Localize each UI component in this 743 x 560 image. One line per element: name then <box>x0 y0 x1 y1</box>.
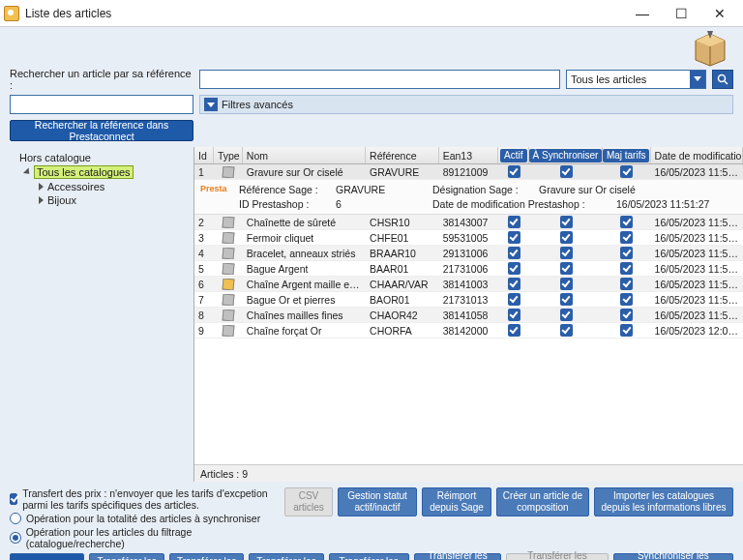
type-icon <box>222 232 234 244</box>
search-input[interactable] <box>199 70 560 89</box>
check-icon[interactable] <box>508 309 520 321</box>
tree-hors-catalogue[interactable]: Hors catalogue <box>6 151 188 164</box>
type-icon <box>222 248 234 259</box>
opt-totalite[interactable]: Opération pour la totalité des articles … <box>10 513 284 524</box>
table-row[interactable]: 7Bague Or et pierresBAOR012173101316/05/… <box>194 292 743 308</box>
row-detail: PrestaRéférence Sage :GRAVUREDésignation… <box>194 180 743 215</box>
check-icon[interactable] <box>560 324 573 337</box>
check-icon[interactable] <box>508 293 520 306</box>
check-icon[interactable] <box>560 278 573 290</box>
article-count: Articles : 9 <box>200 468 248 480</box>
close-button[interactable]: ✕ <box>700 0 739 27</box>
radio-icon <box>10 532 21 544</box>
col-ref[interactable]: Référence <box>366 147 439 163</box>
table-row[interactable]: 6Chaîne Argent maille et longueCHAAR/VAR… <box>194 277 743 292</box>
check-icon[interactable] <box>620 324 633 337</box>
check-icon[interactable] <box>560 216 573 228</box>
type-icon <box>222 166 234 178</box>
check-icon[interactable] <box>508 216 520 228</box>
filter-combo[interactable]: Tous les articles <box>566 70 706 89</box>
table-row[interactable]: 8Chaînes mailles finesCHAOR423814105816/… <box>194 308 743 323</box>
titlebar: Liste des articles — ☐ ✕ <box>0 0 743 27</box>
minimize-button[interactable]: — <box>623 0 662 27</box>
window-title: Liste des articles <box>25 7 623 20</box>
article-grid: Id Type Nom Référence Ean13 Actif À Sync… <box>193 147 743 482</box>
check-icon[interactable] <box>620 262 633 275</box>
bottom-panel: Transfert des prix : n'envoyer que les t… <box>0 482 743 560</box>
col-type[interactable]: Type <box>214 147 243 163</box>
box-icon <box>691 29 729 68</box>
check-icon[interactable] <box>620 247 633 259</box>
svg-point-4 <box>719 75 726 82</box>
grid-footer: Articles : 9 <box>194 464 743 482</box>
grid-body: 1Gravure sur Or ciseléGRAVURE8912100916/… <box>194 164 743 339</box>
main-area: Hors catalogue Tous les catalogues Acces… <box>0 147 743 482</box>
type-icon <box>222 263 234 275</box>
tree-accessoires[interactable]: Accessoires <box>6 180 188 193</box>
transfer-decli-button[interactable]: Transférer les déclinaisons <box>249 553 323 560</box>
table-row[interactable]: 4Bracelet, anneaux striésBRAAR1029131006… <box>194 246 743 261</box>
caret-icon <box>39 196 44 204</box>
compo-button[interactable]: Créer un article de composition <box>496 487 589 516</box>
maximize-button[interactable]: ☐ <box>662 0 700 27</box>
transfer-carac-button[interactable]: Transférer les caractéristiques <box>329 553 409 560</box>
check-icon[interactable] <box>620 293 633 306</box>
check-icon[interactable] <box>560 262 573 275</box>
sync-button[interactable]: Synchroniser <box>10 553 84 560</box>
col-date[interactable]: Date de modification <box>651 147 743 163</box>
search-button[interactable] <box>712 70 733 89</box>
check-icon[interactable] <box>620 278 633 290</box>
reimport-button[interactable]: Réimport depuis Sage <box>422 487 491 516</box>
statut-button[interactable]: Gestion statut actif/inactif <box>338 487 417 516</box>
col-maj[interactable]: Maj tarifs <box>603 147 651 163</box>
type-icon <box>222 325 234 337</box>
ref-input[interactable] <box>10 95 193 114</box>
table-row[interactable]: 5Bague ArgentBAAR012173100616/05/2023 11… <box>194 261 743 277</box>
table-row[interactable]: 3Fermoir cliquetCHFE015953100516/05/2023… <box>194 230 743 246</box>
col-actif[interactable]: Actif <box>498 147 529 163</box>
table-row[interactable]: 9Chaîne forçat OrCHORFA3814200016/05/202… <box>194 323 743 339</box>
check-icon[interactable] <box>620 309 633 321</box>
col-id[interactable]: Id <box>194 147 214 163</box>
advanced-filters-bar[interactable]: Filtres avancés <box>199 95 733 114</box>
col-sync[interactable]: À Synchroniser <box>529 147 603 163</box>
type-icon <box>222 279 234 290</box>
opt-filtrage[interactable]: Opération pour les articles du filtrage … <box>10 526 284 549</box>
check-icon[interactable] <box>620 231 633 244</box>
check-icon[interactable] <box>560 247 573 259</box>
table-row[interactable]: 1Gravure sur Or ciseléGRAVURE8912100916/… <box>194 164 743 180</box>
check-icon[interactable] <box>508 324 520 337</box>
transfer-packs-button[interactable]: Transférer les contenus des packs <box>414 553 502 560</box>
table-row[interactable]: 2Chaînette de sûretéCHSR103814300716/05/… <box>194 215 743 230</box>
check-icon[interactable] <box>560 309 573 321</box>
caret-icon <box>39 183 44 191</box>
transfer-stocks-button[interactable]: Transférer les stocks <box>169 553 244 560</box>
top-zone: Rechercher un article par sa référence :… <box>0 27 743 147</box>
tree-bijoux[interactable]: Bijoux <box>6 193 188 207</box>
type-icon <box>222 217 234 228</box>
type-icon <box>222 294 234 306</box>
check-icon[interactable] <box>508 278 520 290</box>
opt-transfert-prix[interactable]: Transfert des prix : n'envoyer que les t… <box>10 487 284 511</box>
check-icon[interactable] <box>560 231 573 244</box>
check-icon[interactable] <box>508 262 520 275</box>
caret-icon <box>23 167 32 176</box>
svg-line-5 <box>725 81 728 84</box>
sidebar-tree: Hors catalogue Tous les catalogues Acces… <box>0 147 193 482</box>
tree-tous-catalogues[interactable]: Tous les catalogues <box>6 164 188 180</box>
import-catalogues-button[interactable]: Importer les catalogues depuis les infor… <box>594 487 733 516</box>
check-icon[interactable] <box>560 165 573 178</box>
check-icon[interactable] <box>620 165 633 178</box>
check-icon[interactable] <box>508 231 520 244</box>
advanced-filters-label: Filtres avancés <box>222 99 293 110</box>
transfer-stocks-prix-button[interactable]: Transférer les stocks et prix <box>89 553 163 560</box>
check-icon[interactable] <box>508 247 520 259</box>
check-icon[interactable] <box>508 165 520 178</box>
search-label: Rechercher un article par sa référence : <box>10 68 193 91</box>
col-nom[interactable]: Nom <box>243 147 366 163</box>
check-icon[interactable] <box>560 293 573 306</box>
sync-catalogues-button[interactable]: Synchroniser les attributions aux catalo… <box>613 553 733 560</box>
check-icon[interactable] <box>620 216 633 228</box>
search-ref-prestaconnect-button[interactable]: Rechercher la référence dans Prestaconne… <box>10 120 193 141</box>
col-ean[interactable]: Ean13 <box>439 147 499 163</box>
